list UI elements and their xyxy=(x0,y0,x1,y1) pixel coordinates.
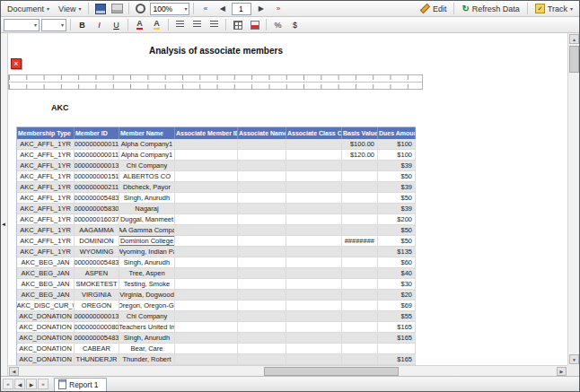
table-cell[interactable]: $200 xyxy=(378,214,416,224)
table-cell[interactable]: Virginia, Dogwood xyxy=(119,290,175,300)
table-cell[interactable] xyxy=(342,290,378,300)
find-button[interactable] xyxy=(133,3,148,15)
table-cell[interactable] xyxy=(175,311,238,321)
table-cell[interactable]: Oregon, Oregon-Gr xyxy=(119,301,175,310)
table-cell[interactable]: AKC_DONATION xyxy=(17,322,75,332)
table-cell[interactable] xyxy=(238,236,286,246)
table-cell[interactable] xyxy=(238,139,286,149)
table-cell[interactable] xyxy=(342,214,378,224)
table-cell[interactable]: $120.00 xyxy=(342,150,378,160)
table-cell[interactable] xyxy=(286,257,342,267)
table-cell[interactable]: Alpha Company1 xyxy=(119,139,175,149)
table-cell[interactable] xyxy=(342,204,378,213)
table-cell[interactable]: 000000005483 xyxy=(75,257,119,267)
table-cell[interactable]: $20 xyxy=(378,290,416,300)
table-cell[interactable]: $30 xyxy=(378,279,416,289)
table-cell[interactable]: Nagaraj xyxy=(119,204,175,213)
table-cell[interactable]: 000000000211 xyxy=(75,182,119,192)
table-cell[interactable] xyxy=(238,225,286,235)
table-cell[interactable] xyxy=(286,322,342,332)
table-cell[interactable]: Singh, Anurudh xyxy=(119,257,175,267)
table-cell[interactable]: Teachers United In xyxy=(119,322,175,332)
table-cell[interactable] xyxy=(286,268,342,278)
table-cell[interactable]: $50 xyxy=(378,171,416,181)
table-cell[interactable] xyxy=(238,354,286,364)
cell-edit-input[interactable]: Dominion College xyxy=(119,236,175,246)
table-cell[interactable]: $40 xyxy=(378,268,416,278)
table-cell[interactable] xyxy=(175,214,238,224)
fill-color-button[interactable] xyxy=(247,19,262,31)
table-cell[interactable] xyxy=(286,171,342,181)
table-cell[interactable]: $60 xyxy=(378,257,416,267)
table-cell[interactable] xyxy=(175,290,238,300)
table-cell[interactable]: SMOKETEST xyxy=(75,279,119,289)
table-cell[interactable]: AA Gamma Compa xyxy=(119,225,175,235)
table-cell[interactable]: Alpha Company1 xyxy=(119,150,175,160)
table-cell[interactable] xyxy=(286,214,342,224)
table-cell[interactable]: $50 xyxy=(378,193,416,203)
table-cell[interactable] xyxy=(175,344,238,353)
report-tab[interactable]: Report 1 xyxy=(54,378,107,391)
table-cell[interactable] xyxy=(342,333,378,343)
table-cell[interactable] xyxy=(286,182,342,192)
horizontal-scrollbar[interactable]: ◀ ▶ xyxy=(8,365,567,376)
align-center-button[interactable] xyxy=(189,19,205,31)
scroll-right-icon[interactable]: ▶ xyxy=(557,367,567,376)
table-header-cell[interactable]: Membership Type xyxy=(17,127,75,139)
document-menu[interactable]: Document ▾ xyxy=(4,3,53,15)
table-cell[interactable] xyxy=(175,161,238,170)
track-changes-button[interactable]: ✓ Track ▾ xyxy=(532,3,576,15)
table-cell[interactable] xyxy=(238,204,286,213)
table-cell[interactable] xyxy=(175,225,238,235)
table-cell[interactable] xyxy=(238,322,286,332)
table-cell[interactable]: AKC_DONATION xyxy=(17,354,75,364)
table-cell[interactable] xyxy=(286,290,342,300)
highlight-color-button[interactable]: A xyxy=(149,19,164,31)
table-cell[interactable] xyxy=(238,257,286,267)
table-cell[interactable]: AKC_BEG_JAN xyxy=(17,268,75,278)
table-cell[interactable] xyxy=(175,171,238,181)
table-cell[interactable]: $165 xyxy=(378,354,416,364)
table-cell[interactable]: Testing, Smoke xyxy=(119,279,175,289)
next-page-button[interactable]: ▶ xyxy=(253,3,268,15)
table-cell[interactable] xyxy=(378,344,416,353)
table-cell[interactable]: VIRGINIA xyxy=(75,290,119,300)
bold-button[interactable]: B xyxy=(75,19,90,31)
table-cell[interactable]: Dbcheck, Payor xyxy=(119,182,175,192)
table-cell[interactable]: Duggal, Manmeet xyxy=(119,214,175,224)
empty-block-placeholder[interactable] xyxy=(8,74,423,90)
table-cell[interactable] xyxy=(342,279,378,289)
table-cell[interactable]: AKC_AFFL_1YR xyxy=(17,193,75,203)
table-cell[interactable]: THUNDERJR xyxy=(75,354,119,364)
table-cell[interactable]: AKC_AFFL_1YR xyxy=(17,171,75,181)
table-cell[interactable]: 000000000151 xyxy=(75,171,119,181)
table-cell[interactable]: AKC_AFFL_1YR xyxy=(17,214,75,224)
font-size-select[interactable]: ▾ xyxy=(41,19,66,31)
table-cell[interactable] xyxy=(342,301,378,310)
underline-button[interactable]: U xyxy=(109,19,124,31)
table-cell[interactable] xyxy=(286,204,342,213)
table-cell[interactable] xyxy=(342,161,378,170)
table-cell[interactable] xyxy=(175,257,238,267)
table-cell[interactable]: Wyoming, Indian Pa xyxy=(119,247,175,257)
table-cell[interactable]: Chi Company xyxy=(119,161,175,170)
refresh-data-button[interactable]: ↻ Refresh Data xyxy=(458,3,523,15)
table-header-cell[interactable]: Dues Amount xyxy=(378,127,416,139)
table-cell[interactable] xyxy=(286,161,342,170)
table-cell[interactable]: 000000000011 xyxy=(75,139,119,149)
table-cell[interactable]: 000000005830 xyxy=(75,204,119,213)
table-cell[interactable] xyxy=(286,193,342,203)
table-cell[interactable]: 000000000080 xyxy=(75,322,119,332)
table-cell[interactable] xyxy=(286,311,342,321)
table-cell[interactable]: $100 xyxy=(378,139,416,149)
table-cell[interactable]: 000000000013 xyxy=(75,311,119,321)
table-cell[interactable] xyxy=(286,333,342,343)
table-cell[interactable] xyxy=(238,161,286,170)
first-page-button[interactable]: « xyxy=(198,3,213,15)
table-cell[interactable] xyxy=(286,225,342,235)
table-cell[interactable]: $39 xyxy=(378,182,416,192)
table-cell[interactable]: $69 xyxy=(378,301,416,310)
table-cell[interactable] xyxy=(342,171,378,181)
previous-report-tab-button[interactable]: ◀ xyxy=(14,379,25,389)
table-cell[interactable] xyxy=(175,182,238,192)
